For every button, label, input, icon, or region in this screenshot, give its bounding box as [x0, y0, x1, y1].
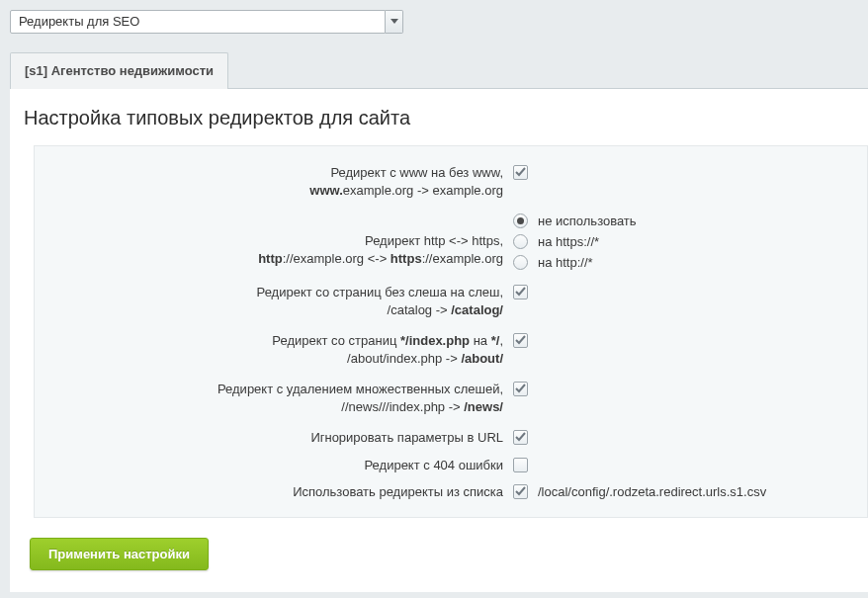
tab-label: [s1] Агентство недвижимости [25, 63, 214, 78]
label-ignore-params: Игнорировать параметры в URL [48, 429, 513, 447]
submit-bar: Применить настройки [24, 538, 868, 570]
label-www-redirect: Редирект с www на без www, www.example.o… [48, 164, 513, 199]
radio-dot-icon [517, 217, 524, 224]
checkbox-404-redirect[interactable] [513, 458, 528, 472]
check-icon [515, 384, 526, 394]
settings-form: Редирект с www на без www, www.example.o… [34, 145, 868, 518]
check-icon [515, 287, 526, 298]
module-selector[interactable]: Редиректы для SEO [10, 10, 403, 34]
apply-settings-button[interactable]: Применить настройки [30, 538, 209, 570]
radio-label-protocol-none: не использовать [538, 214, 637, 228]
checkbox-use-redirect-list[interactable] [513, 484, 528, 499]
panel-title: Настройка типовых редиректов для сайта [24, 107, 868, 129]
redirect-list-path: /local/config/.rodzeta.redirect.urls.s1.… [538, 484, 766, 499]
row-www-redirect: Редирект с www на без www, www.example.o… [48, 164, 853, 199]
label-404-redirect: Редирект с 404 ошибки [48, 457, 513, 474]
module-selector-value: Редиректы для SEO [10, 10, 386, 34]
check-icon [515, 167, 526, 178]
radio-protocol-none[interactable] [513, 214, 528, 228]
row-use-redirect-list: Использовать редиректы из списка /local/… [48, 483, 853, 501]
radio-label-protocol-https: на https://* [538, 234, 599, 249]
chevron-down-icon [391, 19, 398, 25]
module-selector-dropdown-button[interactable] [386, 10, 403, 34]
row-index-redirect: Редирект со страниц */index.php на */, /… [48, 332, 853, 367]
checkbox-index-redirect[interactable] [513, 333, 528, 348]
radio-protocol-http[interactable] [513, 255, 528, 270]
row-protocol-redirect: Редирект http <-> https, http://example.… [48, 213, 853, 270]
checkbox-ignore-params[interactable] [513, 430, 528, 445]
row-slash-redirect: Редирект со страниц без слеша на слеш, /… [48, 284, 853, 318]
label-slash-redirect: Редирект со страниц без слеша на слеш, /… [48, 284, 513, 318]
label-protocol-redirect: Редирект http <-> https, http://example.… [48, 213, 513, 267]
label-index-redirect: Редирект со страниц */index.php на */, /… [48, 332, 513, 367]
site-tabs: [s1] Агентство недвижимости [10, 51, 868, 88]
checkbox-multislash-redirect[interactable] [513, 382, 528, 396]
check-icon [515, 486, 526, 497]
radio-protocol-https[interactable] [513, 234, 528, 249]
check-icon [515, 335, 526, 346]
row-ignore-params: Игнорировать параметры в URL [48, 429, 853, 447]
label-multislash-redirect: Редирект с удалением множественных слеше… [48, 381, 513, 415]
checkbox-www-redirect[interactable] [513, 165, 528, 180]
row-404-redirect: Редирект с 404 ошибки [48, 457, 853, 474]
radio-label-protocol-http: на http://* [538, 255, 593, 270]
check-icon [515, 432, 526, 443]
settings-panel: Настройка типовых редиректов для сайта Р… [10, 88, 868, 592]
label-use-redirect-list: Использовать редиректы из списка [48, 483, 513, 501]
row-multislash-redirect: Редирект с удалением множественных слеше… [48, 381, 853, 415]
tab-site-s1[interactable]: [s1] Агентство недвижимости [10, 52, 228, 89]
checkbox-slash-redirect[interactable] [513, 285, 528, 299]
